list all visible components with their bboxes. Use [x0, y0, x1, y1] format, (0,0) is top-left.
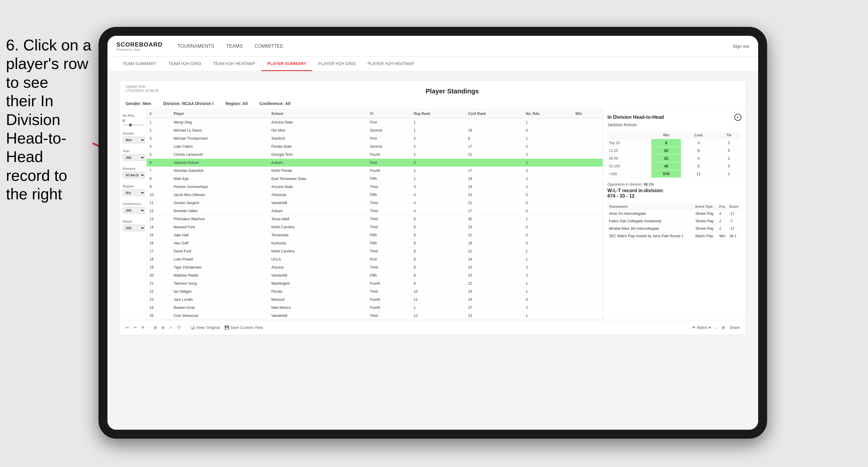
cell-player: Luke Claton: [171, 143, 268, 151]
cell-no-rds: 2: [523, 263, 572, 272]
table-row[interactable]: 3 Michael Thorbjornsen Stanford First 2 …: [147, 134, 602, 143]
tourn-name: SEC Match Play hosted by Jerry Pate Roun…: [608, 232, 694, 240]
cell-win: [572, 207, 602, 215]
cell-conf-rank: 19: [465, 127, 523, 134]
table-row[interactable]: 18 Luke Powell UCLA First 8 24 1: [147, 255, 602, 263]
table-row[interactable]: 20 Matthew Riedel Vanderbilt Fifth 8 23 …: [147, 272, 602, 280]
no-rds-slider[interactable]: [123, 124, 143, 126]
cell-num: 14: [147, 223, 171, 231]
cell-player: Wenyi Ding: [171, 119, 268, 127]
h2h-col-tie: Tie: [716, 132, 741, 139]
conference-select[interactable]: (All): [123, 207, 145, 214]
cell-win: [572, 223, 602, 231]
table-row[interactable]: 16 Alex Goff Kentucky Fifth 8 19 0: [147, 239, 602, 247]
download-btn[interactable]: ↓: [715, 325, 718, 330]
table-row[interactable]: 10 Jacob Mou-Ollewan Arkansas Fifth 4 23…: [147, 191, 602, 199]
table-row[interactable]: 14 Maxwell Ford North Carolina Third 8 2…: [147, 223, 602, 231]
bottom-toolbar: ↩ ↪ ⟳ ⊞ ⊕ ✓ ⏱ 📊 View: Original 💾 Save Cu…: [120, 320, 746, 335]
cell-win: [572, 288, 602, 296]
table-row[interactable]: 22 Ian Gilligan Florida Third 10 24 1: [147, 288, 602, 296]
year-select[interactable]: (All): [123, 154, 145, 161]
tab-team-h2h-heatmap[interactable]: TEAM H2H HEATMAP: [207, 57, 261, 71]
tournaments-table: Tournament Event Type Pos Score Amer Ari…: [608, 203, 741, 240]
tab-player-h2h-grid[interactable]: PLAYER H2H GRID: [312, 57, 362, 71]
table-row[interactable]: 19 Tiger Christensen Arizona Third 8 23 …: [147, 263, 602, 272]
tourn-pos: 2: [718, 225, 728, 232]
refresh-btn[interactable]: ⟳: [141, 325, 145, 330]
update-time: Update time: 27/03/2024 16:56:26: [126, 85, 158, 93]
cell-win: [572, 191, 602, 199]
cell-no-rds: 1: [523, 280, 572, 288]
filter-region: Region: All: [226, 101, 248, 106]
nav-teams[interactable]: TEAMS: [226, 42, 243, 51]
tournament-row: SEC Match Play hosted by Jerry Pate Roun…: [608, 232, 741, 240]
table-row[interactable]: 5 Christo Lamprecht Georgia Tech Fourth …: [147, 151, 602, 159]
cell-win: [572, 183, 602, 191]
col-yr: Yr: [367, 109, 411, 119]
cell-no-rds: 1: [523, 159, 572, 167]
check-btn[interactable]: ✓: [169, 325, 173, 330]
table-row[interactable]: 8 Mats Ege East Tennessee State Fifth 1 …: [147, 175, 602, 183]
table-row[interactable]: 13 Phichakun Maichon Texas A&M Third 6 3…: [147, 215, 602, 223]
h2h-col-win: Win: [651, 132, 681, 139]
table-row[interactable]: 23 Jack Lundin Missouri Fourth 11 24 0: [147, 296, 602, 304]
close-button[interactable]: ×: [734, 114, 741, 121]
table-row[interactable]: 2 Michael La Sasso Ole Miss Second 1 19 …: [147, 127, 602, 134]
h2h-tie: 3: [716, 162, 741, 170]
tourn-col-type: Event Type: [694, 203, 718, 210]
add-btn[interactable]: ⊕: [161, 325, 165, 330]
cell-win: [572, 119, 602, 127]
table-row[interactable]: 12 Brendan Valles Auburn Third 4 17 0: [147, 207, 602, 215]
division-select[interactable]: NCAA Division I: [123, 172, 145, 179]
cell-conf-rank: 21: [465, 151, 523, 159]
tab-player-summary[interactable]: PLAYER SUMMARY: [261, 57, 312, 71]
save-custom-btn[interactable]: 💾 Save Custom View: [224, 325, 263, 330]
tab-team-h2h-grid[interactable]: TEAM H2H GRID: [162, 57, 207, 71]
table-row[interactable]: 6 Jackson Koivun Auburn First 2 1: [147, 159, 602, 167]
table-row[interactable]: 24 Bastien Amat New Mexico Fourth 1 27 2: [147, 304, 602, 312]
logo-area: SCOREBOARD Powered by clippi: [116, 41, 162, 51]
table-row[interactable]: 17 David Ford North Carolina Third 8 21 …: [147, 247, 602, 255]
nav-tournaments[interactable]: TOURNAMENTS: [177, 42, 214, 51]
table-row[interactable]: 1 Wenyi Ding Arizona State First 1 1: [147, 119, 602, 127]
share-btn[interactable]: Share: [730, 325, 740, 330]
cell-num: 22: [147, 288, 171, 296]
cell-player: Michael Thorbjornsen: [171, 134, 268, 143]
grid-view-btn[interactable]: ⊞: [722, 325, 725, 330]
tab-team-summary[interactable]: TEAM SUMMARY: [116, 57, 162, 71]
cell-player: Phichakun Maichon: [171, 215, 268, 223]
cell-yr: Fifth: [367, 239, 411, 247]
nav-committee[interactable]: COMMITTEE: [255, 42, 283, 51]
cell-no-rds: 0: [523, 239, 572, 247]
cell-win: [572, 296, 602, 304]
undo-btn[interactable]: ↩: [126, 325, 129, 330]
cell-school: Ole Miss: [268, 127, 367, 134]
region-select[interactable]: N/a: [123, 189, 145, 196]
grid-btn[interactable]: ⊞: [154, 325, 157, 330]
sidebar-conference: Conference (All): [123, 202, 143, 214]
player-select[interactable]: (All): [123, 225, 145, 231]
gender-select[interactable]: Men Women: [123, 137, 145, 143]
table-row[interactable]: 15 Jake Hall Tennessee Fifth 8 21 0: [147, 231, 602, 239]
tourn-pos: 2: [718, 218, 728, 225]
h2h-rank: 11-25: [608, 147, 651, 155]
cell-conf-rank: 8: [465, 134, 523, 143]
cell-school: North Carolina: [268, 247, 367, 255]
cell-reg-rank: 1: [411, 304, 465, 312]
sign-out-link[interactable]: Sign out: [733, 43, 749, 49]
tourn-name: Amer Ari Intercollegiate: [608, 210, 694, 218]
cell-player: Taehoon Song: [171, 280, 268, 288]
timer-btn[interactable]: ⏱: [177, 325, 181, 330]
watch-btn[interactable]: 👁 Watch ▾: [692, 325, 711, 330]
table-row[interactable]: 9 Preston Summerhays Arizona State Third…: [147, 183, 602, 191]
table-row[interactable]: 11 Gordon Sargent Vanderbilt Third 4 21 …: [147, 199, 602, 207]
table-row[interactable]: 7 Nicholas Gabrelick North Florida Fourt…: [147, 167, 602, 175]
table-row[interactable]: 4 Luke Claton Florida State Second 2 17 …: [147, 143, 602, 151]
table-row[interactable]: 25 Cole Sherwood Vanderbilt Third 12 23 …: [147, 312, 602, 320]
redo-btn[interactable]: ↪: [133, 325, 137, 330]
table-row[interactable]: 21 Taehoon Song Washington Fourth 6 22 1: [147, 280, 602, 288]
view-original-btn[interactable]: 📊 View: Original: [190, 325, 220, 330]
tab-player-h2h-heatmap[interactable]: PLAYER H2H HEATMAP: [362, 57, 420, 71]
cell-win: [572, 312, 602, 320]
cell-school: Vanderbilt: [268, 272, 367, 280]
